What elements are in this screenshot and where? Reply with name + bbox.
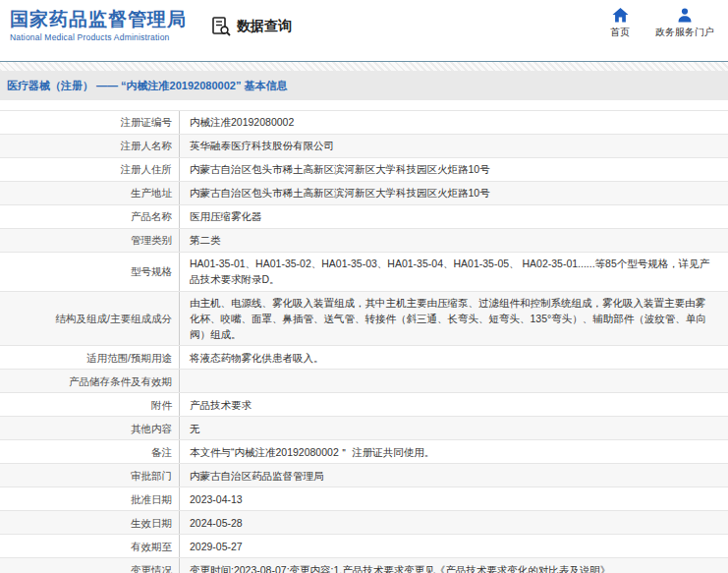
table-row: 附件产品技术要求 — [0, 393, 728, 417]
page-title: 医疗器械（注册） —— “内械注准20192080002” 基本信息 — [0, 79, 287, 93]
row-label: 批准日期 — [0, 487, 180, 510]
row-label-text: 附件 — [151, 397, 172, 413]
data-query-label: 数据查询 — [237, 18, 292, 35]
data-query-tab[interactable]: 数据查询 — [210, 16, 292, 37]
nav-portal[interactable]: 政务服务门户 — [655, 8, 714, 39]
row-value-text: HA01-35-01、HA01-35-02、HA01-35-03、HA01-35… — [190, 256, 710, 288]
row-value-text: 产品技术要求 — [190, 397, 252, 413]
table-row: 适用范围/预期用途将液态药物雾化供患者吸入。 — [0, 346, 728, 370]
row-label-text: 审批部门 — [131, 468, 172, 484]
row-value-text: 内蒙古自治区药品监督管理局 — [190, 468, 324, 484]
row-label-text: 注册证编号 — [121, 114, 173, 130]
row-value: 内械注准20192080002 — [180, 111, 728, 134]
row-label: 生效日期 — [0, 511, 180, 534]
table-row: 产品储存条件及有效期 — [0, 370, 728, 393]
table-row: 备注本文件与“内械注准20192080002＂ 注册证共同使用。 — [0, 440, 728, 464]
row-label-text: 注册人名称 — [121, 138, 173, 153]
row-label-text: 其他内容 — [131, 421, 172, 436]
table-row: 审批部门内蒙古自治区药品监督管理局 — [0, 464, 728, 487]
row-label: 附件 — [0, 393, 180, 416]
spacer — [0, 100, 728, 110]
row-label: 管理类别 — [0, 229, 180, 252]
row-label-text: 批准日期 — [131, 491, 172, 507]
row-value-text: 本文件与“内械注准20192080002＂ 注册证共同使用。 — [190, 444, 434, 460]
user-icon — [677, 8, 693, 23]
table-row: 有效期至2029-05-27 — [0, 535, 728, 558]
row-label: 有效期至 — [0, 535, 180, 557]
row-label-text: 有效期至 — [131, 539, 172, 554]
row-value-text: 内械注准20192080002 — [190, 114, 294, 130]
row-value: 内蒙古自治区包头市稀土高新区滨河新区大学科技园区火炬路10号 — [180, 182, 728, 204]
row-value-text: 无 — [190, 421, 200, 436]
table-row: 型号规格HA01-35-01、HA01-35-02、HA01-35-03、HA0… — [0, 253, 728, 292]
row-label: 审批部门 — [0, 464, 180, 487]
row-label-text: 变更情况 — [131, 562, 172, 573]
row-value-text: 内蒙古自治区包头市稀土高新区滨河新区大学科技园区火炬路10号 — [190, 161, 490, 177]
row-value: 2024-05-28 — [180, 511, 728, 534]
row-label: 变更情况 — [0, 558, 180, 573]
table-row: 注册证编号内械注准20192080002 — [0, 111, 728, 135]
row-label: 生产地址 — [0, 182, 180, 204]
nav-home[interactable]: 首页 — [610, 8, 630, 39]
row-label-text: 产品名称 — [131, 208, 172, 224]
home-icon — [612, 8, 629, 23]
page: 国家药品监督管理局 National Medical Products Admi… — [0, 0, 728, 573]
row-label-text: 产品储存条件及有效期 — [69, 373, 172, 389]
row-value-text: 第二类 — [190, 232, 221, 248]
row-value: 2029-05-27 — [180, 535, 728, 557]
table-row: 注册人名称英华融泰医疗科技股份有限公司 — [0, 135, 728, 158]
row-label: 结构及组成/主要组成成分 — [0, 292, 180, 346]
row-label-text: 生效日期 — [131, 515, 172, 531]
row-label-text: 型号规格 — [131, 263, 172, 279]
agency-name-cn: 国家药品监督管理局 — [10, 10, 187, 30]
header-nav: 首页 政务服务门户 — [610, 8, 714, 39]
row-value: 将液态药物雾化供患者吸入。 — [180, 346, 728, 369]
nav-home-label: 首页 — [610, 26, 630, 39]
row-value: 由主机、电源线、雾化吸入装置组成，其中主机主要由压缩泵、过滤组件和控制系统组成，… — [180, 292, 728, 346]
row-value: 2023-04-13 — [180, 487, 728, 510]
row-label: 注册证编号 — [0, 111, 180, 134]
row-value — [180, 370, 728, 392]
row-value-text: 2023-04-13 — [190, 491, 243, 507]
row-label: 产品储存条件及有效期 — [0, 370, 180, 392]
row-label: 注册人住所 — [0, 158, 180, 181]
row-value: 变更时间:2023-08-07:变更内容:1.产品技术要求变更见《产品技术要求变… — [180, 558, 728, 573]
nav-portal-label: 政务服务门户 — [655, 26, 714, 39]
row-label-text: 生产地址 — [131, 185, 172, 201]
row-value: 产品技术要求 — [180, 393, 728, 416]
table-row: 生产地址内蒙古自治区包头市稀土高新区滨河新区大学科技园区火炬路10号 — [0, 182, 728, 205]
table-row: 变更情况变更时间:2023-08-07:变更内容:1.产品技术要求变更见《产品技… — [0, 558, 728, 573]
row-label: 注册人名称 — [0, 135, 180, 157]
page-title-bar: 医疗器械（注册） —— “内械注准20192080002” 基本信息 — [0, 71, 728, 100]
agency-logo: 国家药品监督管理局 National Medical Products Admi… — [10, 10, 187, 42]
table-row: 产品名称医用压缩雾化器 — [0, 205, 728, 229]
row-value-text: 医用压缩雾化器 — [190, 208, 262, 224]
registration-detail-table: 注册证编号内械注准20192080002注册人名称英华融泰医疗科技股份有限公司注… — [0, 110, 728, 573]
table-row: 管理类别第二类 — [0, 229, 728, 253]
row-value-text: 内蒙古自治区包头市稀土高新区滨河新区大学科技园区火炬路10号 — [190, 185, 490, 201]
row-label: 其他内容 — [0, 417, 180, 439]
row-label-text: 适用范围/预期用途 — [86, 350, 172, 366]
row-value: HA01-35-01、HA01-35-02、HA01-35-03、HA01-35… — [180, 253, 728, 291]
row-value: 内蒙古自治区药品监督管理局 — [180, 464, 728, 487]
row-value: 第二类 — [180, 229, 728, 252]
table-row: 其他内容无 — [0, 417, 728, 440]
row-value-text: 2029-05-27 — [190, 539, 243, 554]
row-value: 无 — [180, 417, 728, 439]
site-header: 国家药品监督管理局 National Medical Products Admi… — [0, 0, 728, 61]
row-label-text: 结构及组成/主要组成成分 — [56, 311, 172, 326]
row-label: 产品名称 — [0, 205, 180, 228]
row-value-text: 2024-05-28 — [190, 515, 243, 531]
row-value: 医用压缩雾化器 — [180, 205, 728, 228]
row-label: 型号规格 — [0, 253, 180, 291]
table-row: 注册人住所内蒙古自治区包头市稀土高新区滨河新区大学科技园区火炬路10号 — [0, 158, 728, 182]
table-row: 批准日期2023-04-13 — [0, 487, 728, 511]
row-value-text: 变更时间:2023-08-07:变更内容:1.产品技术要求变更见《产品技术要求变… — [190, 562, 621, 573]
row-value-text: 英华融泰医疗科技股份有限公司 — [190, 138, 334, 153]
row-label: 适用范围/预期用途 — [0, 346, 180, 369]
row-value: 本文件与“内械注准20192080002＂ 注册证共同使用。 — [180, 440, 728, 463]
row-label-text: 备注 — [151, 444, 172, 460]
table-row: 结构及组成/主要组成成分由主机、电源线、雾化吸入装置组成，其中主机主要由压缩泵、… — [0, 292, 728, 347]
document-search-icon — [210, 16, 232, 37]
row-label-text: 注册人住所 — [121, 161, 173, 177]
